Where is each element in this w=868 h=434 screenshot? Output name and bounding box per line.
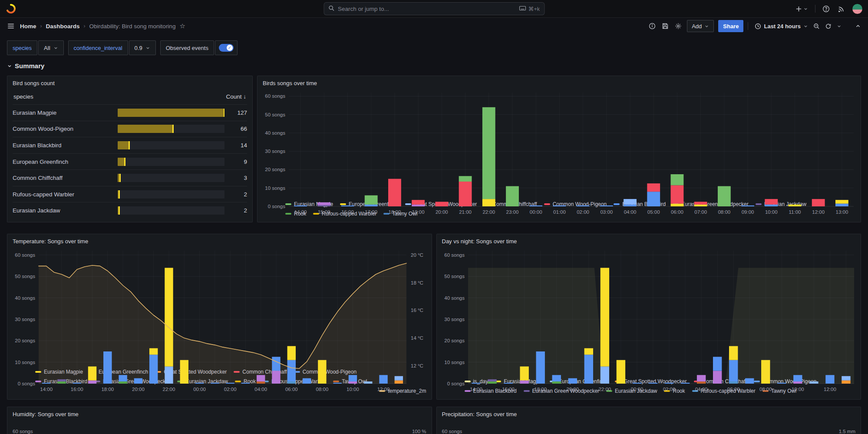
svg-text:16:00: 16:00 [502,387,515,392]
observed-events-toggle[interactable] [219,44,234,52]
refresh-icon[interactable] [823,20,834,32]
panel-title[interactable]: Temperature: Songs over time [7,234,432,246]
table-row[interactable]: Common Wood-Pigeon66 [13,121,247,137]
add-button[interactable]: Add [687,20,714,32]
species-table: species Count ↓ Eurasian Magpie127Common… [7,88,252,222]
svg-text:17:00: 17:00 [365,209,377,215]
panel-title[interactable]: Precipitation: Songs over time [437,407,861,419]
breadcrumb-home[interactable]: Home [20,23,36,30]
svg-text:40 songs: 40 songs [15,295,35,301]
svg-text:05:00: 05:00 [647,209,660,215]
user-avatar[interactable] [852,3,863,14]
panel-day-vs-night-songs: Day vs night: Songs over time 0 songs10 … [436,234,861,400]
svg-text:21:00: 21:00 [459,209,472,215]
search-shortcut: ⌘+k [519,6,540,12]
svg-text:08:00: 08:00 [718,209,730,215]
breadcrumb-dashboards[interactable]: Dashboards [46,23,80,30]
column-header-count[interactable]: Count ↓ [226,93,246,100]
chart-birds-songs-over-time[interactable]: 0 songs10 songs20 songs30 songs40 songs5… [257,88,861,199]
table-row[interactable]: European Greenfinch9 [13,153,247,170]
svg-text:06:00: 06:00 [671,209,683,215]
search-input[interactable]: Search or jump to... ⌘+k [323,2,545,15]
refresh-interval-dropdown[interactable] [835,20,844,32]
svg-text:00:00: 00:00 [630,387,643,392]
kiosk-mode-icon[interactable] [854,22,862,30]
column-header-species[interactable]: species [13,93,33,100]
svg-text:04:00: 04:00 [624,209,637,215]
news-icon[interactable] [837,4,846,13]
count-bar-gauge [118,190,224,199]
svg-text:04:00: 04:00 [695,387,707,392]
species-name: Common Wood-Pigeon [13,126,113,132]
species-name: Common Chiffchaff [13,175,113,181]
mega-menu-icon[interactable] [6,21,16,31]
search-placeholder: Search or jump to... [338,6,516,12]
grafana-dashboard: Search or jump to... ⌘+k [0,0,868,434]
panel-precipitation-songs: Precipitation: Songs over time 60 songs … [436,407,861,434]
chart-temperature-songs[interactable]: 0 songs10 songs20 songs30 songs40 songs5… [7,246,432,366]
svg-text:22:00: 22:00 [163,387,175,392]
svg-text:10 songs: 10 songs [265,186,285,191]
svg-text:20:00: 20:00 [132,387,145,392]
panel-title[interactable]: Bird songs count [7,76,252,88]
svg-text:14:00: 14:00 [470,387,482,392]
help-icon[interactable] [822,4,831,13]
chart-svg: 0 songs10 songs20 songs30 songs40 songs5… [437,246,861,395]
favorite-star-icon[interactable]: ☆ [179,22,185,30]
svg-text:0 songs: 0 songs [447,381,465,386]
settings-gear-icon[interactable] [674,22,683,30]
zoom-out-time-icon[interactable] [811,20,822,32]
right-axis-label: 1.5 mm [839,429,855,434]
svg-text:40 songs: 40 songs [444,295,465,301]
svg-text:11:00: 11:00 [789,209,801,215]
share-button[interactable]: Share [718,20,743,32]
svg-text:00:00: 00:00 [530,209,542,215]
svg-text:50 songs: 50 songs [265,112,285,117]
chart-day-vs-night-songs[interactable]: 0 songs10 songs20 songs30 songs40 songs5… [437,246,861,376]
species-filter-value[interactable]: All [38,40,63,55]
search-icon [328,5,334,13]
count-bar-gauge [118,206,224,215]
svg-text:12:00: 12:00 [377,387,390,392]
svg-text:18 °C: 18 °C [411,280,423,285]
save-dashboard-icon[interactable] [661,22,670,30]
svg-text:06:00: 06:00 [285,387,298,392]
confidence-filter-value[interactable]: 0.9 [129,40,156,55]
svg-text:00:00: 00:00 [193,387,206,392]
table-row[interactable]: Eurasian Blackbird14 [13,137,247,153]
y-axis-label: 60 songs [13,429,33,434]
count-bar-gauge [118,141,224,149]
panel-info-icon[interactable] [648,22,657,30]
table-row[interactable]: Eurasian Jackdaw2 [13,202,247,219]
panel-title[interactable]: Humidity: Songs over time [7,407,432,419]
svg-text:60 songs: 60 songs [444,252,465,258]
species-name: Eurasian Blackbird [13,142,113,149]
confidence-filter-label: confidence_interval [68,40,128,55]
toolbar-actions: Add Share Last 24 hours [648,20,862,32]
svg-text:12 °C: 12 °C [411,363,423,368]
count-bar-gauge [118,174,224,182]
summary-section-header[interactable]: Summary [0,55,868,72]
panel-title[interactable]: Birds songs over time [257,76,861,88]
confidence-filter: confidence_interval 0.9 [68,40,156,55]
new-menu-button[interactable] [795,5,809,13]
svg-text:02:00: 02:00 [663,387,675,392]
panel-title[interactable]: Day vs night: Songs over time [437,234,861,246]
dashboard-toolbar: Home › Dashboards › Obirdability: Bird s… [0,18,868,34]
observed-events-label: Observed events [160,40,214,55]
svg-text:22:00: 22:00 [598,387,611,392]
table-row[interactable]: Common Chiffchaff3 [13,169,247,186]
y-axis-label: 60 songs [442,429,462,434]
grafana-logo-icon[interactable] [6,4,16,13]
svg-text:0 songs: 0 songs [18,381,36,386]
svg-text:08:00: 08:00 [316,387,329,392]
time-range-picker[interactable]: Last 24 hours [752,20,810,32]
breadcrumb-current: Obirdability: Bird song monitoring [89,23,176,30]
breadcrumb: Home › Dashboards › Obirdability: Bird s… [20,22,185,30]
svg-text:07:00: 07:00 [694,209,707,215]
svg-text:0 songs: 0 songs [268,204,286,209]
table-row[interactable]: Rufous-capped Warbler2 [13,186,247,202]
table-row[interactable]: Eurasian Magpie127 [13,104,247,121]
count-value: 2 [229,191,247,198]
svg-text:10 songs: 10 songs [444,360,465,365]
